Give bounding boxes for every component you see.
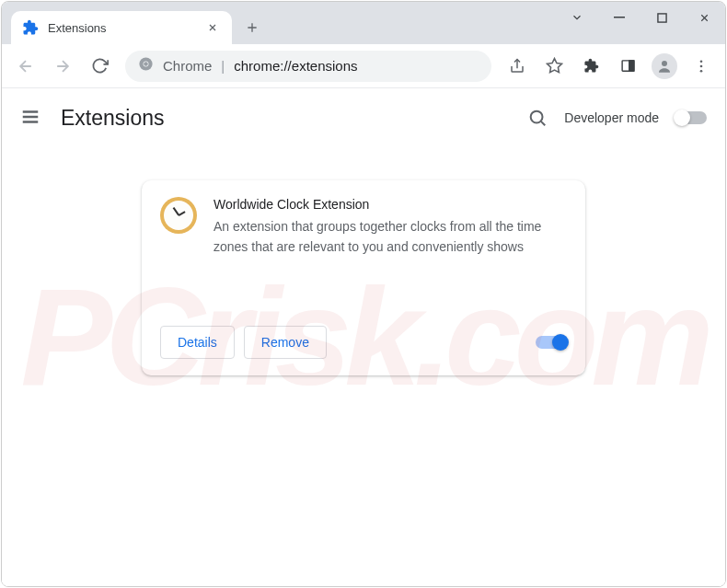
svg-rect-1 [657,13,665,21]
extension-app-icon [160,197,197,234]
browser-tab[interactable]: Extensions [11,11,232,44]
svg-point-9 [662,61,667,66]
window-titlebar: Extensions [2,2,725,44]
chrome-logo-icon [138,56,154,75]
close-tab-icon[interactable] [204,19,221,36]
bookmark-star-icon[interactable] [537,50,571,83]
new-tab-button[interactable] [239,15,265,40]
share-icon[interactable] [501,50,534,83]
browser-toolbar: Chrome | chrome://extensions [2,44,725,88]
svg-line-17 [541,121,545,125]
developer-mode-toggle[interactable] [675,111,707,124]
omnibox-prefix: Chrome [163,58,212,74]
svg-rect-8 [629,61,633,71]
reload-button[interactable] [83,50,116,83]
chevron-down-icon[interactable] [561,2,593,33]
svg-point-4 [144,62,148,66]
page-content: Extensions Developer mode Worldwide Cloc… [2,88,725,586]
extension-puzzle-icon [22,19,39,36]
svg-point-11 [700,64,703,67]
page-title: Extensions [61,106,165,131]
extension-card: Worldwide Clock Extension An extension t… [142,180,585,375]
search-icon[interactable] [527,108,548,128]
maximize-button[interactable] [640,2,683,33]
omnibox-separator: | [221,58,225,74]
extension-description: An extension that groups together clocks… [213,217,567,257]
extension-name: Worldwide Clock Extension [213,197,567,212]
svg-marker-5 [547,59,561,73]
developer-mode-label: Developer mode [564,110,659,125]
hamburger-menu-icon[interactable] [20,107,42,129]
omnibox-url: chrome://extensions [234,58,357,74]
forward-button[interactable] [46,50,79,83]
address-bar[interactable]: Chrome | chrome://extensions [125,51,491,82]
clock-icon [164,201,193,230]
side-panel-icon[interactable] [611,50,644,83]
svg-rect-0 [614,17,625,18]
close-window-button[interactable] [683,2,725,33]
svg-point-10 [700,60,703,63]
extensions-puzzle-icon[interactable] [574,50,607,83]
kebab-menu-icon[interactable] [685,50,718,83]
extension-enable-toggle[interactable] [536,336,567,349]
svg-point-16 [531,111,543,123]
svg-point-12 [700,69,703,72]
details-button[interactable]: Details [160,326,235,359]
remove-button[interactable]: Remove [244,326,327,359]
tab-title: Extensions [48,21,195,35]
profile-avatar[interactable] [648,50,681,83]
back-button[interactable] [9,50,42,83]
minimize-button[interactable] [598,2,640,33]
